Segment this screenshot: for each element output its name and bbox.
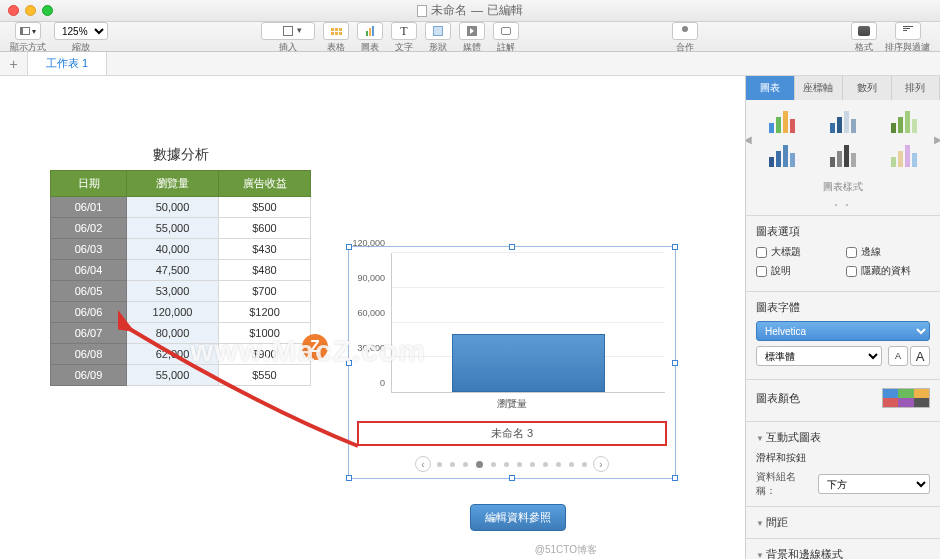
chart-button[interactable] [357,22,383,40]
opt-border-checkbox[interactable]: 邊線 [846,245,930,259]
comment-button[interactable] [493,22,519,40]
table-row[interactable]: 06/0955,000$550 [51,365,311,386]
pager-next-button[interactable]: › [593,456,609,472]
chart-bar[interactable] [452,334,605,392]
table-row[interactable]: 06/0340,000$430 [51,239,311,260]
pager-dot[interactable] [504,462,509,467]
cell-date[interactable]: 06/09 [51,365,127,386]
tab-arrange[interactable]: 排列 [892,76,941,100]
cell-views[interactable]: 53,000 [127,281,219,302]
cell-date[interactable]: 06/07 [51,323,127,344]
pager-dot[interactable] [517,462,522,467]
font-weight-select[interactable]: 標準體 [756,346,882,366]
font-bigger-button[interactable]: A [910,346,930,366]
chart-object[interactable]: 030,00060,00090,000120,000 瀏覽量 未命名 3 ‹ › [348,246,676,479]
resize-handle[interactable] [509,475,515,481]
pager-dot[interactable] [556,462,561,467]
table-row[interactable]: 06/0150,000$500 [51,197,311,218]
collab-button[interactable] [672,22,698,40]
view-button[interactable]: ▾ [15,22,41,40]
zoom-icon[interactable] [42,5,53,16]
cell-revenue[interactable]: $700 [219,281,311,302]
chart-color-picker[interactable] [882,388,930,408]
series-name-select[interactable]: 下方 [818,474,930,494]
pager-dot[interactable] [437,462,442,467]
cell-views[interactable]: 55,000 [127,365,219,386]
bg-title[interactable]: 背景和邊線樣式 [756,547,930,559]
tab-axes[interactable]: 座標軸 [795,76,844,100]
table-row[interactable]: 06/0447,500$480 [51,260,311,281]
chart-style-thumb[interactable] [754,108,809,136]
chart-style-thumb[interactable] [877,108,932,136]
cell-views[interactable]: 80,000 [127,323,219,344]
chart-title-box[interactable]: 未命名 3 [357,421,667,446]
cell-date[interactable]: 06/01 [51,197,127,218]
shape-button[interactable] [425,22,451,40]
cell-revenue[interactable]: $1000 [219,323,311,344]
resize-handle[interactable] [672,475,678,481]
pager-dot[interactable] [543,462,548,467]
pager-dot[interactable] [463,462,468,467]
cell-date[interactable]: 06/05 [51,281,127,302]
pager-prev-button[interactable]: ‹ [415,456,431,472]
pager-dot[interactable] [450,462,455,467]
pager-dot[interactable] [569,462,574,467]
pager-dot[interactable] [530,462,535,467]
table-row[interactable]: 06/0255,000$600 [51,218,311,239]
tab-chart[interactable]: 圖表 [746,76,795,100]
table-button[interactable] [323,22,349,40]
cell-date[interactable]: 06/03 [51,239,127,260]
cell-revenue[interactable]: $480 [219,260,311,281]
cell-date[interactable]: 06/04 [51,260,127,281]
cell-revenue[interactable]: $430 [219,239,311,260]
opt-hidden-checkbox[interactable]: 隱藏的資料 [846,264,930,278]
format-button[interactable] [851,22,877,40]
chart-style-thumb[interactable] [815,108,870,136]
cell-views[interactable]: 47,500 [127,260,219,281]
col-header-date[interactable]: 日期 [51,171,127,197]
chart-style-thumb[interactable] [815,142,870,170]
opt-title-checkbox[interactable]: 大標題 [756,245,840,259]
cell-revenue[interactable]: $600 [219,218,311,239]
cell-views[interactable]: 120,000 [127,302,219,323]
opt-legend-checkbox[interactable]: 說明 [756,264,840,278]
table-row[interactable]: 06/0553,000$700 [51,281,311,302]
sheet-tab-1[interactable]: 工作表 1 [28,52,107,75]
cell-date[interactable]: 06/08 [51,344,127,365]
sort-filter-button[interactable] [895,22,921,40]
tab-series[interactable]: 數列 [843,76,892,100]
cell-views[interactable]: 62,000 [127,344,219,365]
cell-date[interactable]: 06/06 [51,302,127,323]
cell-views[interactable]: 40,000 [127,239,219,260]
chart-style-thumb[interactable] [877,142,932,170]
table-row[interactable]: 06/0780,000$1000 [51,323,311,344]
pager-dot[interactable] [582,462,587,467]
media-button[interactable] [459,22,485,40]
cell-date[interactable]: 06/02 [51,218,127,239]
cell-revenue[interactable]: $1200 [219,302,311,323]
table-row[interactable]: 06/0862,000$900 [51,344,311,365]
chart-style-thumb[interactable] [754,142,809,170]
insert-button[interactable] [261,22,315,40]
table-row[interactable]: 06/06120,000$1200 [51,302,311,323]
cell-revenue[interactable]: $500 [219,197,311,218]
add-sheet-button[interactable]: + [0,52,28,75]
zoom-select[interactable]: 125% [54,22,108,40]
col-header-views[interactable]: 瀏覽量 [127,171,219,197]
font-family-select[interactable]: Helvetica [756,321,930,341]
cell-revenue[interactable]: $550 [219,365,311,386]
cell-views[interactable]: 50,000 [127,197,219,218]
font-smaller-button[interactable]: A [888,346,908,366]
edit-data-button[interactable]: 編輯資料參照 [470,504,566,531]
data-table[interactable]: 日期 瀏覽量 廣告收益 06/0150,000$50006/0255,000$6… [50,170,311,386]
resize-handle[interactable] [346,475,352,481]
cell-views[interactable]: 55,000 [127,218,219,239]
canvas[interactable]: 數據分析 日期 瀏覽量 廣告收益 06/0150,000$50006/0255,… [0,76,745,559]
minimize-icon[interactable] [25,5,36,16]
col-header-revenue[interactable]: 廣告收益 [219,171,311,197]
pager-dot[interactable] [476,461,483,468]
cell-revenue[interactable]: $900 [219,344,311,365]
close-icon[interactable] [8,5,19,16]
text-button[interactable]: T [391,22,417,40]
pager-dot[interactable] [491,462,496,467]
